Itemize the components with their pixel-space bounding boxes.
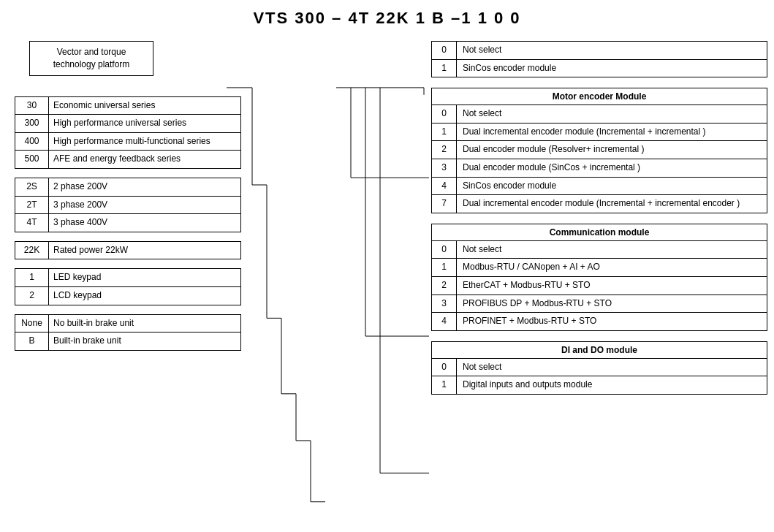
di-do-table: DI and DO module 0 Not select 1 Digital … bbox=[431, 341, 767, 395]
vts-label-box: Vector and torque technology platform bbox=[29, 41, 153, 76]
sincos-row-1: 1 SinCos encoder module bbox=[432, 59, 767, 77]
keypad-row-2: 2 LCD keypad bbox=[15, 286, 241, 305]
motor-enc-desc-3: Dual encoder module (SinCos + incrementa… bbox=[457, 159, 767, 177]
phase-table: 2S 2 phase 200V 2T 3 phase 200V 4T 3 pha… bbox=[15, 178, 241, 232]
motor-enc-row-3: 3 Dual encoder module (SinCos + incremen… bbox=[432, 159, 767, 177]
motor-enc-code-7: 7 bbox=[432, 195, 457, 213]
di-do-row-1: 1 Digital inputs and outputs module bbox=[432, 376, 767, 395]
sincos-desc-0: Not select bbox=[457, 42, 767, 60]
phase-code-4t: 4T bbox=[15, 214, 49, 232]
comm-code-2: 2 bbox=[432, 276, 457, 294]
phase-row-2s: 2S 2 phase 200V bbox=[15, 178, 241, 196]
keypad-row-1: 1 LED keypad bbox=[15, 269, 241, 287]
series-code-300: 300 bbox=[15, 115, 49, 133]
comm-desc-1: Modbus-RTU / CANopen + AI + AO bbox=[457, 259, 767, 277]
series-code-500: 500 bbox=[15, 151, 49, 169]
keypad-table: 1 LED keypad 2 LCD keypad bbox=[15, 268, 241, 305]
keypad-desc-2: LCD keypad bbox=[49, 286, 241, 305]
communication-table: Communication module 0 Not select 1 Modb… bbox=[431, 224, 767, 331]
di-do-desc-1: Digital inputs and outputs module bbox=[457, 376, 767, 395]
motor-enc-code-4: 4 bbox=[432, 177, 457, 195]
di-do-desc-0: Not select bbox=[457, 358, 767, 376]
motor-enc-row-4: 4 SinCos encoder module bbox=[432, 177, 767, 195]
power-table: 22K Rated power 22kW bbox=[15, 241, 241, 260]
power-row-22k: 22K Rated power 22kW bbox=[15, 241, 241, 259]
series-row-500: 500 AFE and energy feedback series bbox=[15, 151, 241, 169]
series-row-300: 300 High performance universal series bbox=[15, 115, 241, 133]
comm-code-4: 4 bbox=[432, 313, 457, 331]
motor-enc-row-7: 7 Dual incremental encoder module (Incre… bbox=[432, 195, 767, 213]
sincos-code-1: 1 bbox=[432, 59, 457, 77]
series-code-30: 30 bbox=[15, 96, 49, 115]
motor-enc-desc-2: Dual encoder module (Resolver+ increment… bbox=[457, 141, 767, 159]
motor-enc-code-1: 1 bbox=[432, 123, 457, 141]
sincos-table: 0 Not select 1 SinCos encoder module bbox=[431, 41, 767, 77]
keypad-code-1: 1 bbox=[15, 269, 49, 287]
phase-desc-2s: 2 phase 200V bbox=[49, 178, 241, 196]
brake-code-b: B bbox=[15, 332, 49, 351]
series-row-30: 30 Economic universal series bbox=[15, 96, 241, 115]
comm-code-1: 1 bbox=[432, 259, 457, 277]
motor-enc-row-1: 1 Dual incremental encoder module (Incre… bbox=[432, 123, 767, 141]
comm-desc-2: EtherCAT + Modbus-RTU + STO bbox=[457, 276, 767, 294]
sincos-code-0: 0 bbox=[432, 42, 457, 60]
comm-row-2: 2 EtherCAT + Modbus-RTU + STO bbox=[432, 276, 767, 294]
motor-enc-row-2: 2 Dual encoder module (Resolver+ increme… bbox=[432, 141, 767, 159]
motor-encoder-table: Motor encoder Module 0 Not select 1 Dual… bbox=[431, 88, 767, 213]
phase-row-4t: 4T 3 phase 400V bbox=[15, 214, 241, 232]
communication-header: Communication module bbox=[432, 224, 767, 240]
series-desc-400: High performance multi-functional series bbox=[49, 132, 241, 151]
phase-desc-2t: 3 phase 200V bbox=[49, 196, 241, 214]
di-do-row-0: 0 Not select bbox=[432, 358, 767, 376]
sincos-row-0: 0 Not select bbox=[432, 42, 767, 60]
series-desc-30: Economic universal series bbox=[49, 96, 241, 115]
motor-enc-desc-7: Dual incremental encoder module (Increme… bbox=[457, 195, 767, 213]
phase-code-2s: 2S bbox=[15, 178, 49, 196]
brake-desc-none: No built-in brake unit bbox=[49, 314, 241, 332]
di-do-code-1: 1 bbox=[432, 376, 457, 395]
motor-enc-code-2: 2 bbox=[432, 141, 457, 159]
comm-row-4: 4 PROFINET + Modbus-RTU + STO bbox=[432, 313, 767, 331]
brake-code-none: None bbox=[15, 314, 49, 332]
comm-desc-3: PROFIBUS DP + Modbus-RTU + STO bbox=[457, 294, 767, 313]
keypad-code-2: 2 bbox=[15, 286, 49, 305]
motor-enc-desc-0: Not select bbox=[457, 105, 767, 123]
phase-row-2t: 2T 3 phase 200V bbox=[15, 196, 241, 214]
motor-enc-desc-4: SinCos encoder module bbox=[457, 177, 767, 195]
phase-desc-4t: 3 phase 400V bbox=[49, 214, 241, 232]
comm-row-3: 3 PROFIBUS DP + Modbus-RTU + STO bbox=[432, 294, 767, 313]
motor-encoder-header: Motor encoder Module bbox=[432, 88, 767, 105]
keypad-desc-1: LED keypad bbox=[49, 269, 241, 287]
power-desc-22k: Rated power 22kW bbox=[49, 241, 241, 259]
comm-desc-4: PROFINET + Modbus-RTU + STO bbox=[457, 313, 767, 331]
series-desc-300: High performance universal series bbox=[49, 115, 241, 133]
brake-table: None No built-in brake unit B Built-in b… bbox=[15, 314, 241, 351]
main-title: VTS 300 – 4T 22K 1 B –1 1 0 0 bbox=[0, 0, 774, 34]
brake-row-none: None No built-in brake unit bbox=[15, 314, 241, 332]
comm-code-0: 0 bbox=[432, 240, 457, 259]
comm-row-1: 1 Modbus-RTU / CANopen + AI + AO bbox=[432, 259, 767, 277]
series-row-400: 400 High performance multi-functional se… bbox=[15, 132, 241, 151]
comm-desc-0: Not select bbox=[457, 240, 767, 259]
di-do-code-0: 0 bbox=[432, 358, 457, 376]
di-do-header: DI and DO module bbox=[432, 341, 767, 358]
comm-row-0: 0 Not select bbox=[432, 240, 767, 259]
motor-enc-code-0: 0 bbox=[432, 105, 457, 123]
power-code-22k: 22K bbox=[15, 241, 49, 259]
brake-desc-b: Built-in brake unit bbox=[49, 332, 241, 351]
sincos-desc-1: SinCos encoder module bbox=[457, 59, 767, 77]
series-code-400: 400 bbox=[15, 132, 49, 151]
series-table: 30 Economic universal series 300 High pe… bbox=[15, 96, 241, 169]
motor-enc-row-0: 0 Not select bbox=[432, 105, 767, 123]
motor-enc-desc-1: Dual incremental encoder module (Increme… bbox=[457, 123, 767, 141]
series-desc-500: AFE and energy feedback series bbox=[49, 151, 241, 169]
motor-enc-code-3: 3 bbox=[432, 159, 457, 177]
comm-code-3: 3 bbox=[432, 294, 457, 313]
phase-code-2t: 2T bbox=[15, 196, 49, 214]
brake-row-b: B Built-in brake unit bbox=[15, 332, 241, 351]
